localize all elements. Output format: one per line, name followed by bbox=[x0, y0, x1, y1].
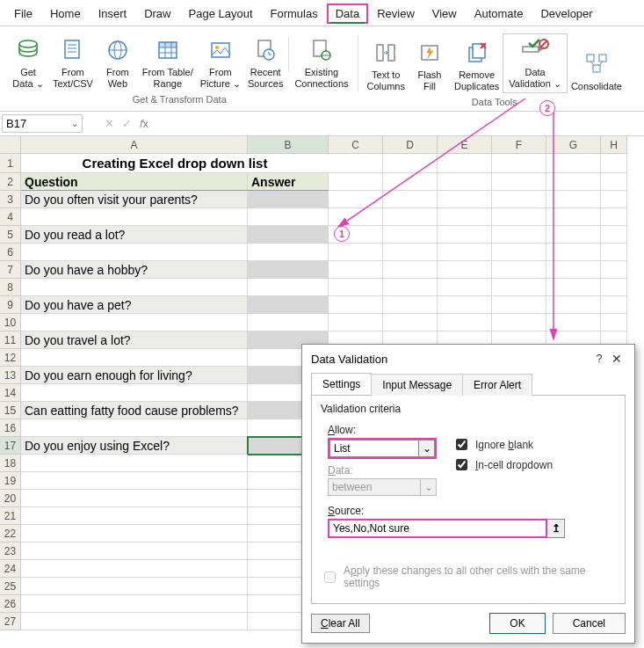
get-data-button[interactable]: Get Data ⌄ bbox=[7, 33, 49, 91]
row-header[interactable]: 18 bbox=[0, 455, 21, 472]
cell[interactable] bbox=[21, 595, 248, 613]
tab-file[interactable]: File bbox=[5, 4, 41, 24]
cell[interactable] bbox=[21, 578, 248, 595]
row-header[interactable]: 4 bbox=[0, 208, 21, 226]
answer-cell[interactable] bbox=[248, 191, 329, 208]
row-header[interactable]: 25 bbox=[0, 578, 21, 595]
cell[interactable] bbox=[21, 613, 248, 630]
cell[interactable] bbox=[438, 191, 492, 208]
row-header[interactable]: 2 bbox=[0, 173, 21, 191]
cancel-fx-icon[interactable]: ✕ bbox=[100, 117, 118, 130]
recent-sources-button[interactable]: Recent Sources bbox=[244, 33, 286, 91]
fx-icon[interactable]: fx bbox=[135, 117, 153, 130]
row-header[interactable]: 27 bbox=[0, 613, 21, 630]
in-cell-dropdown-checkbox[interactable]: In-cell dropdown bbox=[452, 456, 553, 473]
row-header[interactable]: 14 bbox=[0, 384, 21, 402]
header-question[interactable]: Question bbox=[21, 173, 248, 191]
from-table-range-button[interactable]: From Table/ Range bbox=[139, 33, 197, 91]
row-header[interactable]: 17 bbox=[0, 437, 21, 455]
cell[interactable] bbox=[601, 173, 627, 191]
tab-page-layout[interactable]: Page Layout bbox=[180, 4, 262, 24]
cell[interactable] bbox=[492, 208, 546, 226]
clear-all-button[interactable]: Clear All bbox=[311, 614, 370, 633]
cell[interactable] bbox=[546, 226, 601, 244]
cell[interactable] bbox=[438, 261, 492, 279]
cell[interactable] bbox=[383, 191, 438, 208]
question-cell[interactable]: Do you earn enough for living? bbox=[21, 367, 248, 384]
row-header[interactable]: 13 bbox=[0, 367, 21, 384]
tab-automate[interactable]: Automate bbox=[466, 4, 532, 24]
row-header[interactable]: 26 bbox=[0, 595, 21, 613]
data-validation-button[interactable]: Data Validation ⌄ bbox=[503, 33, 568, 93]
cell[interactable] bbox=[329, 154, 383, 173]
cell[interactable] bbox=[21, 279, 248, 296]
cell[interactable] bbox=[329, 191, 383, 208]
cell[interactable] bbox=[546, 244, 601, 261]
cell[interactable] bbox=[601, 154, 627, 173]
select-all-corner[interactable] bbox=[0, 136, 21, 154]
cell[interactable] bbox=[21, 314, 248, 331]
cell[interactable] bbox=[21, 542, 248, 560]
question-cell[interactable]: Do you travel a lot? bbox=[21, 331, 248, 349]
cell[interactable] bbox=[329, 279, 383, 296]
from-picture-button[interactable]: From Picture ⌄ bbox=[197, 33, 244, 91]
tab-insert[interactable]: Insert bbox=[90, 4, 136, 24]
question-cell[interactable]: Do you have a pet? bbox=[21, 296, 248, 314]
cell[interactable] bbox=[248, 208, 329, 226]
question-cell[interactable]: Do you read a lot? bbox=[21, 226, 248, 244]
accept-fx-icon[interactable]: ✓ bbox=[118, 117, 135, 130]
cell[interactable] bbox=[492, 261, 546, 279]
row-header[interactable]: 20 bbox=[0, 490, 21, 507]
cell[interactable] bbox=[601, 296, 627, 314]
row-header[interactable]: 7 bbox=[0, 261, 21, 279]
cell[interactable] bbox=[329, 244, 383, 261]
text-to-columns-button[interactable]: Text to Columns bbox=[364, 36, 409, 93]
tab-formulas[interactable]: Formulas bbox=[262, 4, 327, 24]
consolidate-button[interactable]: Consolidate bbox=[568, 47, 626, 94]
cell[interactable] bbox=[546, 279, 601, 296]
cell[interactable] bbox=[383, 154, 438, 173]
col-header-d[interactable]: D bbox=[383, 136, 438, 154]
cell[interactable] bbox=[383, 261, 438, 279]
cell[interactable] bbox=[492, 226, 546, 244]
cell[interactable] bbox=[21, 560, 248, 578]
name-box[interactable]: B17 ⌄ bbox=[2, 114, 83, 133]
tab-review[interactable]: Review bbox=[368, 4, 423, 24]
remove-duplicates-button[interactable]: Remove Duplicates bbox=[451, 36, 503, 93]
row-header[interactable]: 3 bbox=[0, 191, 21, 208]
question-cell[interactable]: Can eatting fatty food cause problems? bbox=[21, 402, 248, 419]
cell[interactable] bbox=[601, 314, 627, 331]
cell[interactable] bbox=[21, 384, 248, 402]
cell[interactable] bbox=[383, 208, 438, 226]
cell[interactable] bbox=[546, 296, 601, 314]
cell[interactable] bbox=[21, 490, 248, 507]
col-header-b[interactable]: B bbox=[248, 136, 329, 154]
col-header-c[interactable]: C bbox=[329, 136, 383, 154]
ignore-blank-checkbox[interactable]: Ignore blank bbox=[452, 436, 553, 453]
row-header[interactable]: 10 bbox=[0, 314, 21, 331]
cell[interactable] bbox=[21, 525, 248, 542]
row-header[interactable]: 9 bbox=[0, 296, 21, 314]
cell[interactable] bbox=[383, 279, 438, 296]
question-cell[interactable]: Do you enjoy using Excel? bbox=[21, 437, 248, 455]
dialog-tab-input-message[interactable]: Input Message bbox=[371, 374, 463, 396]
cell[interactable] bbox=[21, 244, 248, 261]
formula-input[interactable] bbox=[153, 116, 642, 131]
cell[interactable] bbox=[601, 261, 627, 279]
dialog-tab-error-alert[interactable]: Error Alert bbox=[462, 374, 532, 396]
row-header[interactable]: 11 bbox=[0, 331, 21, 349]
cell[interactable] bbox=[438, 173, 492, 191]
cell[interactable] bbox=[21, 349, 248, 367]
row-header[interactable]: 5 bbox=[0, 226, 21, 244]
title-cell[interactable]: Creating Excel drop down list bbox=[21, 154, 329, 173]
cell[interactable] bbox=[329, 208, 383, 226]
cell[interactable] bbox=[248, 314, 329, 331]
row-header[interactable]: 12 bbox=[0, 349, 21, 367]
cell[interactable] bbox=[546, 208, 601, 226]
cell[interactable] bbox=[601, 279, 627, 296]
cell[interactable] bbox=[492, 154, 546, 173]
cell[interactable] bbox=[21, 472, 248, 490]
answer-cell[interactable] bbox=[248, 261, 329, 279]
cell[interactable] bbox=[21, 419, 248, 437]
row-header[interactable]: 23 bbox=[0, 542, 21, 560]
